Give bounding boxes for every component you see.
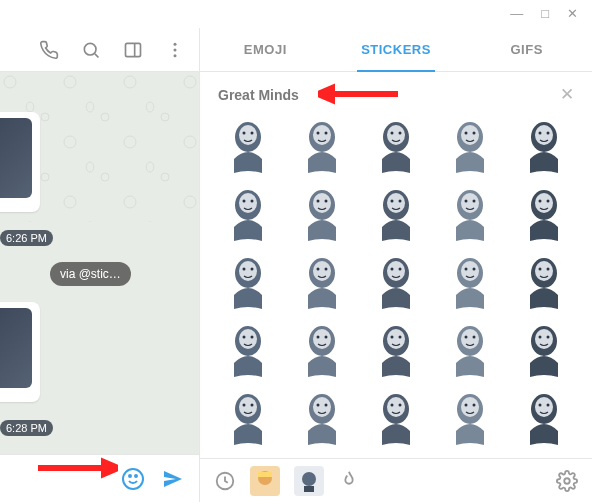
svg-point-118 bbox=[564, 478, 570, 484]
sticker-cleopatra[interactable] bbox=[366, 251, 426, 311]
minimize-button[interactable]: — bbox=[510, 6, 523, 22]
sticker-grid-scroll[interactable] bbox=[200, 111, 592, 458]
sticker-bottom-bar bbox=[200, 458, 592, 502]
sticker-feynman[interactable] bbox=[292, 387, 352, 447]
sticker-poirot[interactable] bbox=[366, 183, 426, 243]
svg-point-97 bbox=[317, 404, 320, 407]
sticker-hendrix[interactable] bbox=[440, 251, 500, 311]
svg-point-49 bbox=[539, 200, 542, 203]
sticker-elvis[interactable] bbox=[292, 183, 352, 243]
emoji-button[interactable] bbox=[121, 467, 145, 491]
send-button[interactable] bbox=[161, 467, 185, 491]
svg-point-3 bbox=[174, 48, 177, 51]
svg-point-81 bbox=[391, 336, 394, 339]
sticker-franklin[interactable] bbox=[514, 251, 574, 311]
tab-stickers[interactable]: STICKERS bbox=[331, 28, 462, 71]
svg-point-53 bbox=[243, 268, 246, 271]
svg-point-33 bbox=[243, 200, 246, 203]
sticker-dali[interactable] bbox=[218, 115, 278, 175]
svg-point-74 bbox=[251, 336, 254, 339]
sticker-poe[interactable] bbox=[218, 387, 278, 447]
pack-title: Great Minds bbox=[218, 87, 299, 103]
sticker-harry-potter[interactable] bbox=[218, 251, 278, 311]
svg-rect-1 bbox=[126, 43, 141, 56]
message-bubble[interactable] bbox=[0, 112, 40, 212]
svg-point-102 bbox=[399, 404, 402, 407]
tab-gifs[interactable]: GIFS bbox=[461, 28, 592, 71]
close-window-button[interactable]: ✕ bbox=[567, 6, 578, 22]
settings-icon[interactable] bbox=[556, 470, 578, 492]
svg-point-17 bbox=[317, 132, 320, 135]
sticker-lennon[interactable] bbox=[366, 319, 426, 379]
chat-toolbar bbox=[0, 28, 199, 72]
sticker-che[interactable] bbox=[440, 115, 500, 175]
svg-point-90 bbox=[547, 336, 550, 339]
compose-bar bbox=[0, 454, 199, 502]
via-badge[interactable]: via @stic… bbox=[50, 262, 131, 286]
svg-point-10 bbox=[135, 475, 137, 477]
svg-rect-114 bbox=[258, 472, 272, 477]
sticker-grid bbox=[218, 115, 580, 447]
svg-point-109 bbox=[539, 404, 542, 407]
sticker-steve-jobs[interactable] bbox=[514, 115, 574, 175]
svg-point-110 bbox=[547, 404, 550, 407]
sticker-marilyn[interactable] bbox=[218, 183, 278, 243]
svg-point-42 bbox=[399, 200, 402, 203]
close-icon[interactable]: ✕ bbox=[560, 84, 574, 105]
svg-point-8 bbox=[123, 469, 143, 489]
svg-point-106 bbox=[473, 404, 476, 407]
svg-point-65 bbox=[465, 268, 468, 271]
sticker-cobain[interactable] bbox=[218, 319, 278, 379]
pack-header: Great Minds ✕ bbox=[200, 72, 592, 111]
sticker-einstein[interactable] bbox=[514, 387, 574, 447]
svg-point-57 bbox=[317, 268, 320, 271]
chat-column: 6:26 PM via @stic… 6:28 PM bbox=[0, 28, 200, 502]
svg-point-38 bbox=[325, 200, 328, 203]
window-controls: — □ ✕ bbox=[496, 0, 592, 28]
sticker-newton[interactable] bbox=[440, 387, 500, 447]
svg-point-29 bbox=[539, 132, 542, 135]
svg-point-13 bbox=[243, 132, 246, 135]
sticker-mercury[interactable] bbox=[366, 115, 426, 175]
sticker-bust[interactable] bbox=[366, 387, 426, 447]
svg-point-94 bbox=[251, 404, 254, 407]
svg-point-4 bbox=[174, 54, 177, 57]
recent-icon[interactable] bbox=[214, 470, 236, 492]
maximize-button[interactable]: □ bbox=[541, 6, 549, 22]
sticker-washington[interactable] bbox=[514, 183, 574, 243]
tab-emoji[interactable]: EMOJI bbox=[200, 28, 331, 71]
sticker-armstrong[interactable] bbox=[440, 319, 500, 379]
svg-point-69 bbox=[539, 268, 542, 271]
sticker-spock[interactable] bbox=[292, 319, 352, 379]
call-icon[interactable] bbox=[39, 40, 59, 60]
message-bubble[interactable] bbox=[0, 302, 40, 402]
svg-point-9 bbox=[129, 475, 131, 477]
timestamp: 6:26 PM bbox=[0, 230, 53, 246]
pack-thumb[interactable] bbox=[250, 466, 280, 496]
more-icon[interactable] bbox=[165, 40, 185, 60]
sticker-chaplin[interactable] bbox=[514, 319, 574, 379]
svg-point-78 bbox=[325, 336, 328, 339]
svg-point-14 bbox=[251, 132, 254, 135]
svg-point-62 bbox=[399, 268, 402, 271]
svg-point-93 bbox=[243, 404, 246, 407]
svg-point-77 bbox=[317, 336, 320, 339]
svg-point-26 bbox=[473, 132, 476, 135]
sticker-cartoon-woman[interactable] bbox=[292, 115, 352, 175]
svg-point-21 bbox=[391, 132, 394, 135]
chat-area[interactable]: 6:26 PM via @stic… 6:28 PM bbox=[0, 72, 199, 454]
sidebar-icon[interactable] bbox=[123, 40, 143, 60]
trending-icon[interactable] bbox=[338, 470, 360, 492]
sticker-twain[interactable] bbox=[440, 183, 500, 243]
svg-point-98 bbox=[325, 404, 328, 407]
svg-point-30 bbox=[547, 132, 550, 135]
sticker-gandhi[interactable] bbox=[292, 251, 352, 311]
svg-rect-117 bbox=[304, 486, 314, 492]
svg-point-41 bbox=[391, 200, 394, 203]
search-icon[interactable] bbox=[81, 40, 101, 60]
svg-point-61 bbox=[391, 268, 394, 271]
svg-point-70 bbox=[547, 268, 550, 271]
pack-thumb[interactable] bbox=[294, 466, 324, 496]
svg-point-37 bbox=[317, 200, 320, 203]
svg-point-22 bbox=[399, 132, 402, 135]
